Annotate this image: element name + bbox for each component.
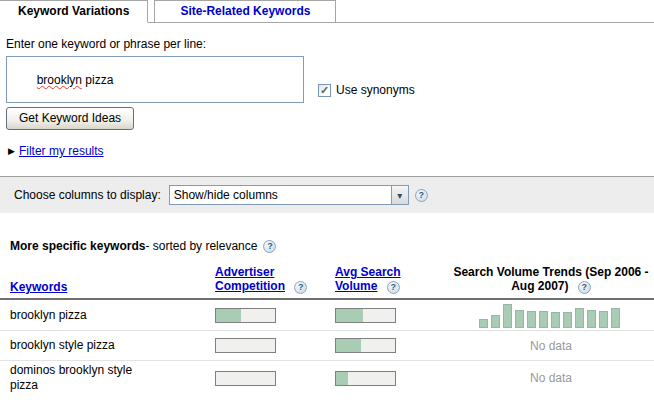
- trend-bar: [527, 311, 536, 328]
- avg-search-volume-cell: [335, 371, 445, 386]
- help-icon[interactable]: ?: [415, 189, 428, 202]
- advertiser-competition-cell: [215, 308, 335, 323]
- trend-bar: [515, 310, 524, 328]
- table-row: brooklyn pizza: [0, 300, 654, 330]
- trend-bar: [551, 312, 560, 328]
- results-title-rest: - sorted by relevance: [145, 239, 257, 253]
- keyword-tool-page: Keyword Variations Site-Related Keywords…: [0, 0, 654, 404]
- advertiser-competition-cell: [215, 371, 335, 386]
- textarea-flagged-word: brooklyn: [37, 73, 82, 87]
- advertiser-competition-sort-link[interactable]: Advertiser Competition: [215, 265, 285, 293]
- textarea-rest: pizza: [82, 73, 113, 87]
- column-header-avg-search-volume: Avg Search Volume ?: [335, 265, 445, 294]
- keyword-cell: brooklyn pizza: [10, 308, 158, 323]
- trend-bar: [539, 311, 548, 328]
- search-volume-meter-fill: [336, 339, 361, 352]
- trend-bar: [611, 308, 620, 328]
- tab-bar: Keyword Variations Site-Related Keywords: [0, 0, 654, 23]
- competition-meter: [215, 338, 276, 353]
- no-data-label: No data: [445, 371, 654, 385]
- table-row: dominos brooklyn style pizza No data: [0, 360, 654, 395]
- columns-bar: Choose columns to display: Show/hide col…: [0, 176, 654, 213]
- avg-search-volume-cell: [335, 308, 445, 323]
- filter-my-results-link[interactable]: Filter my results: [19, 144, 104, 158]
- use-synonyms-label: Use synonyms: [336, 83, 415, 97]
- search-volume-meter: [335, 308, 396, 323]
- help-icon[interactable]: ?: [387, 281, 400, 294]
- help-icon[interactable]: ?: [578, 281, 591, 294]
- use-synonyms-checkbox[interactable]: ✓: [318, 84, 331, 97]
- expand-triangle-icon[interactable]: ▶: [8, 146, 15, 156]
- trend-bar: [563, 312, 572, 328]
- keywords-textarea[interactable]: brooklyn pizza: [6, 56, 304, 103]
- trend-bar: [479, 319, 488, 328]
- trend-bar: [587, 310, 596, 328]
- no-data-label: No data: [445, 339, 654, 353]
- search-volume-meter: [335, 338, 396, 353]
- search-volume-meter: [335, 371, 396, 386]
- competition-meter: [215, 308, 276, 323]
- keywords-sort-link[interactable]: Keywords: [10, 280, 67, 294]
- column-header-keywords: Keywords: [10, 280, 215, 294]
- dropdown-arrow-icon[interactable]: ▾: [391, 186, 408, 204]
- search-volume-meter-fill: [336, 372, 348, 385]
- tab-site-related-keywords[interactable]: Site-Related Keywords: [154, 0, 336, 23]
- keyword-entry-form: Enter one keyword or phrase per line: br…: [0, 23, 654, 158]
- tab-label: Keyword Variations: [18, 4, 129, 18]
- avg-search-volume-cell: [335, 338, 445, 353]
- trend-bar: [491, 315, 500, 328]
- competition-meter: [215, 371, 276, 386]
- check-icon: ✓: [320, 85, 329, 96]
- table-header-row: Keywords Advertiser Competition ? Avg Se…: [0, 265, 654, 298]
- columns-select-value: Show/hide columns: [170, 188, 391, 202]
- tab-keyword-variations[interactable]: Keyword Variations: [0, 0, 148, 23]
- get-keyword-ideas-button[interactable]: Get Keyword Ideas: [6, 107, 134, 130]
- trend-bar: [599, 311, 608, 328]
- trend-cell: [445, 302, 654, 328]
- column-header-advertiser-competition: Advertiser Competition ?: [215, 265, 335, 294]
- column-header-search-volume-trends: Search Volume Trends (Sep 2006 - Aug 200…: [445, 265, 654, 294]
- trend-chart: [479, 302, 620, 328]
- keyword-cell: brooklyn style pizza: [10, 338, 158, 353]
- use-synonyms-group: ✓ Use synonyms: [318, 83, 415, 97]
- trend-cell: No data: [445, 371, 654, 385]
- results-title: More specific keywords - sorted by relev…: [10, 239, 654, 253]
- tab-bar-filler: [336, 0, 654, 23]
- competition-meter-fill: [216, 309, 241, 322]
- table-row: brooklyn style pizza No data: [0, 330, 654, 360]
- advertiser-competition-cell: [215, 338, 335, 353]
- keyword-entry-label: Enter one keyword or phrase per line:: [6, 37, 654, 51]
- keyword-cell: dominos brooklyn style pizza: [10, 363, 158, 393]
- keyword-results-table: Keywords Advertiser Competition ? Avg Se…: [0, 265, 654, 395]
- help-icon[interactable]: ?: [294, 281, 307, 294]
- results-title-bold: More specific keywords: [10, 239, 145, 253]
- tab-label: Site-Related Keywords: [180, 4, 310, 18]
- columns-select[interactable]: Show/hide columns ▾: [169, 185, 409, 205]
- filter-results-row: ▶ Filter my results: [8, 144, 654, 158]
- trend-bar: [575, 308, 584, 328]
- search-volume-meter-fill: [336, 309, 363, 322]
- trend-cell: No data: [445, 339, 654, 353]
- help-icon[interactable]: ?: [263, 240, 276, 253]
- trend-bar: [503, 304, 512, 328]
- choose-columns-label: Choose columns to display:: [14, 188, 161, 202]
